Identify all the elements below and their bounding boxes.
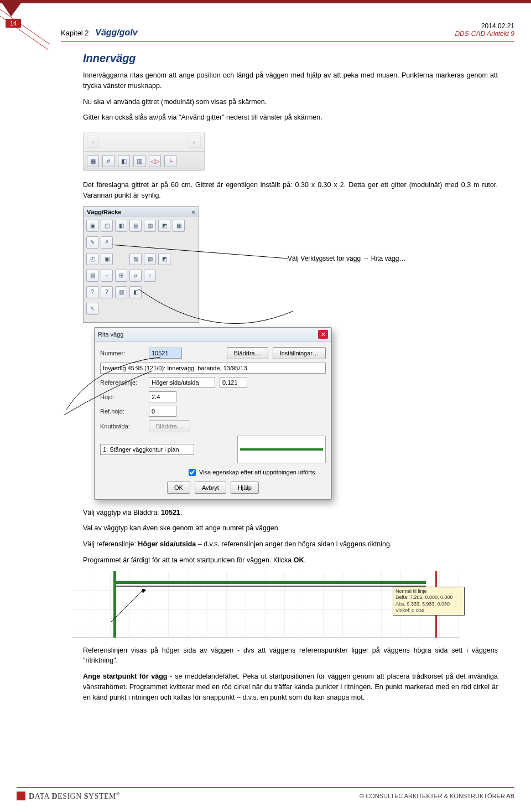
select-stanger[interactable] — [100, 444, 194, 455]
panel-title: Vägg/Räcke — [87, 209, 121, 215]
origin-icon[interactable]: └ — [164, 155, 176, 167]
input-refnum[interactable] — [220, 377, 247, 388]
page-footer: DATA DESIGN SYSTEM® © CONSULTEC ARKITEKT… — [17, 787, 514, 801]
tool-icon[interactable]: ↔ — [101, 270, 113, 282]
label-nummer: Nummer: — [100, 350, 144, 356]
dialog-title: Rita vägg — [98, 331, 123, 338]
tool-icon[interactable]: ◩ — [158, 220, 170, 232]
tool-icon[interactable]: # — [101, 236, 113, 249]
label-referenslinje: Referenslinje: — [100, 379, 144, 386]
close-icon[interactable]: × — [192, 209, 195, 215]
tool-icon[interactable]: ⊞ — [115, 270, 127, 282]
toolbar-screenshot: ◂ ▸ ▦ # ◧ ▥ ◁▷ └ — [83, 132, 205, 171]
input-refhojd[interactable] — [149, 406, 176, 417]
tool-icon[interactable]: ▨ — [129, 253, 142, 265]
input-hojd[interactable] — [149, 391, 176, 402]
tool-icon[interactable]: ▣ — [86, 220, 98, 232]
drawing-preview: Normal til linje Delta: 7.266, 0.000, 0.… — [72, 571, 459, 638]
para-5: Välj väggtyp via Bläddra: 10521. — [83, 508, 498, 518]
page-header: Kapitel 2 Vägg/golv 2014.02.21 DDS-CAD A… — [61, 22, 514, 42]
panel-vagg-racke: Vägg/Räcke × ▣ ◫ ◧ ▤ ▥ ◩ ▦ ✎ # ◰ ▣ ▨ — [83, 206, 199, 323]
panel-toolbar-row-1: ▣ ◫ ◧ ▤ ▥ ◩ ▦ — [86, 220, 196, 232]
button-avbryt[interactable]: Avbryt — [195, 482, 226, 494]
tool-icon[interactable]: ▥ — [144, 220, 156, 232]
hatch-icon[interactable]: # — [102, 155, 114, 167]
header-date: 2014.02.21 — [455, 22, 514, 30]
checkbox-visa-egenskap[interactable] — [189, 469, 196, 476]
label-knutbrada: Knutbräda: — [100, 423, 144, 430]
tool-icon[interactable]: ▥ — [115, 286, 127, 298]
callout-verktygsset: Välj Verktygsset för vägg → Rita vägg… — [288, 255, 405, 262]
panel-toolbar-row-4: ▤ ↔ ⊞ ⌀ ↕ — [86, 270, 196, 282]
tool-icon[interactable]: ▧ — [144, 253, 156, 265]
tool-icon[interactable]: ✎ — [86, 236, 98, 249]
label-hojd: Höjd: — [100, 394, 144, 400]
panel-toolbar-row-3: ◰ ▣ ▨ ▧ ◩ — [86, 253, 196, 265]
svg-marker-2 — [0, 0, 23, 17]
button-hjalp[interactable]: Hjälp — [231, 482, 259, 494]
button-bladdra[interactable]: Bläddra… — [227, 347, 268, 359]
grid-toggle-icon[interactable]: ▦ — [87, 155, 99, 167]
para-1: Innerväggarna ritas genom att ange posit… — [83, 70, 498, 91]
tool-icon[interactable]: ◩ — [158, 253, 170, 265]
tool-icon[interactable]: ▤ — [86, 270, 98, 282]
input-nummer[interactable] — [149, 348, 182, 359]
tool-icon[interactable]: ◫ — [101, 220, 113, 232]
tool-icon[interactable]: ? — [101, 286, 113, 298]
chapter-title: Vägg/golv — [95, 28, 137, 37]
tool-icon[interactable]: ◧ — [115, 220, 127, 232]
top-strip — [0, 0, 531, 3]
footer-right: © CONSULTEC ARKITEKTER & KONSTRUKTÖRER A… — [360, 793, 514, 799]
select-walltype[interactable] — [100, 363, 326, 374]
tool-icon[interactable]: ⌀ — [129, 270, 142, 282]
svg-line-1 — [0, 12, 50, 50]
toolbar-icon[interactable]: ▸ — [189, 136, 201, 148]
tool-icon[interactable]: ▣ — [101, 253, 113, 265]
tool-icon[interactable]: ◧ — [129, 286, 142, 298]
label-refhojd: Ref.höjd: — [100, 408, 144, 415]
tool-icon[interactable]: ◰ — [86, 253, 98, 265]
footer-brand: DATA DESIGN SYSTEM® — [29, 791, 120, 801]
button-knut-bladdra[interactable]: Bläddra… — [149, 420, 190, 432]
checkbox-label: Visa egenskap efter att uppritningen utf… — [199, 469, 315, 475]
content: Innervägg Innerväggarna ritas genom att … — [83, 44, 498, 708]
layer-icon[interactable]: ◧ — [118, 155, 130, 167]
section-title: Innervägg — [83, 52, 498, 65]
page-number-badge: 14 — [6, 19, 21, 28]
flip-icon[interactable]: ◁▷ — [149, 155, 161, 167]
preview-top — [237, 436, 326, 463]
button-installningar[interactable]: Inställningar… — [273, 347, 326, 359]
tool-icon[interactable]: ▦ — [173, 220, 185, 232]
toolbar-icon[interactable]: ◂ — [87, 136, 99, 148]
para-2: Nu ska vi använda gittret (modulnät) som… — [83, 97, 498, 107]
para-8: Programmet är färdigt för att ta emot st… — [83, 555, 498, 566]
header-app: DDS-CAD Arkitekt 9 — [455, 30, 514, 38]
close-icon[interactable]: ✕ — [318, 330, 328, 339]
para-4: Det föreslagna gittret är på 60 cm. Gitt… — [83, 180, 498, 201]
tool-icon[interactable]: ▤ — [129, 220, 142, 232]
tool-icon[interactable]: ? — [86, 286, 98, 298]
coord-infobox: Normal til linje Delta: 7.266, 0.000, 0.… — [393, 587, 465, 616]
svg-line-4 — [111, 589, 144, 622]
panel-toolbar-row-5: ? ? ▥ ◧ — [86, 286, 196, 298]
tool-icon[interactable]: ↕ — [144, 270, 156, 282]
chapter-label: Kapitel 2 — [61, 29, 89, 37]
panel-toolbar-row-2: ✎ # — [86, 236, 196, 249]
select-referenslinje[interactable] — [149, 377, 215, 388]
panel-toolbar-row-6: ↖ — [86, 303, 196, 315]
para-10: Ange startpunkt för vägg - se meddelande… — [83, 671, 498, 702]
pointer-icon[interactable]: ↖ — [86, 303, 98, 315]
para-3: Gitter kan också slås av/på via "Använd … — [83, 112, 498, 123]
para-6: Val av väggtyp kan även ske genom att an… — [83, 523, 498, 534]
footer-logo-icon — [17, 792, 25, 800]
para-7: Välj referenslinje: Höger sida/utsida – … — [83, 539, 498, 550]
book-icon[interactable]: ▥ — [133, 155, 145, 167]
dialog-rita-vagg: Rita vägg ✕ Nummer: Bläddra… Inställning… — [94, 327, 332, 500]
svg-marker-5 — [142, 589, 146, 593]
callout-text: Välj Verktygsset för vägg → Rita vägg… — [288, 255, 405, 262]
para-9: Referenslinjen visas på höger sida av vä… — [83, 645, 498, 666]
button-ok[interactable]: OK — [167, 482, 190, 494]
